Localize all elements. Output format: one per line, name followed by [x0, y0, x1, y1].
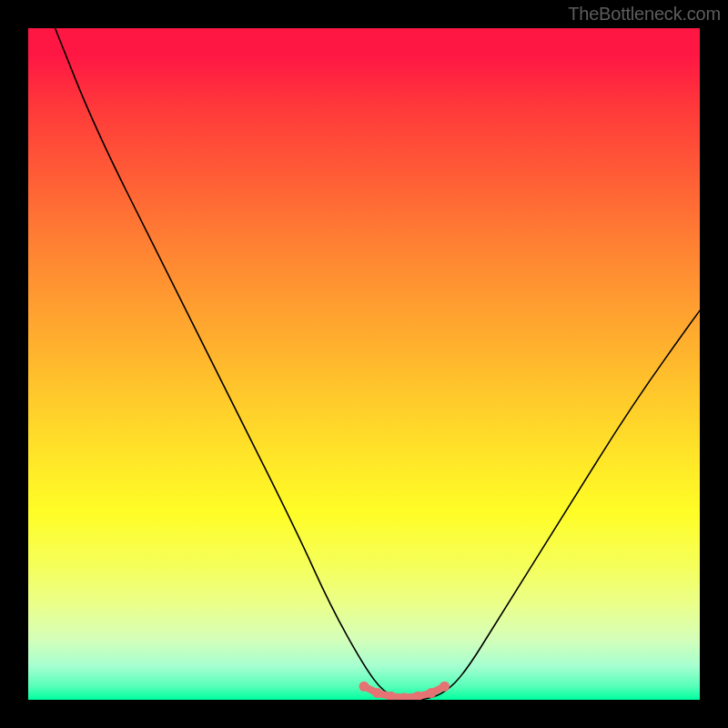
optimal-marker-dot: [359, 682, 369, 692]
optimal-zone-markers: [359, 682, 450, 700]
bottleneck-curve-svg: [28, 28, 700, 700]
attribution-label: TheBottleneck.com: [568, 4, 721, 25]
bottleneck-curve: [56, 28, 700, 700]
chart-container: TheBottleneck.com: [0, 0, 728, 728]
plot-area: [28, 28, 700, 700]
curve-group: [56, 28, 700, 700]
optimal-marker-dot: [426, 688, 436, 698]
optimal-marker-dot: [372, 688, 382, 698]
optimal-marker-dot: [440, 682, 450, 692]
